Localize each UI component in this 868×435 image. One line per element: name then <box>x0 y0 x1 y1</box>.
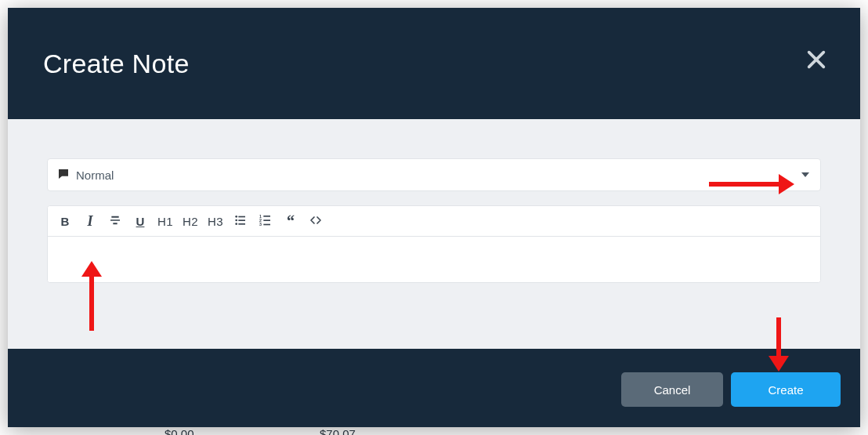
underline-button[interactable]: U <box>131 211 150 231</box>
modal-footer: Cancel Create <box>8 349 860 427</box>
svg-rect-3 <box>238 219 245 221</box>
bg-amount-a: $0.00 <box>165 427 194 435</box>
svg-point-0 <box>235 216 237 218</box>
blockquote-button[interactable]: “ <box>281 211 300 231</box>
page-backdrop: $0.00 $70.07 Create Note Normal B <box>0 0 868 435</box>
strikethrough-icon <box>109 214 121 229</box>
h3-button[interactable]: H3 <box>206 211 225 231</box>
svg-rect-7 <box>263 216 270 217</box>
code-block-button[interactable] <box>306 211 325 231</box>
svg-point-2 <box>235 219 237 221</box>
note-type-select[interactable]: Normal <box>47 158 821 191</box>
ordered-list-button[interactable]: 123 <box>256 211 275 231</box>
svg-rect-9 <box>263 219 270 221</box>
svg-rect-11 <box>263 223 270 225</box>
list-ul-icon <box>234 214 247 229</box>
svg-rect-1 <box>238 216 245 217</box>
bold-button[interactable]: B <box>56 211 74 231</box>
close-button[interactable] <box>802 49 830 77</box>
h2-button[interactable]: H2 <box>181 211 200 231</box>
svg-point-4 <box>235 223 237 225</box>
note-type-label: Normal <box>76 169 114 182</box>
svg-rect-5 <box>238 223 245 225</box>
cancel-button[interactable]: Cancel <box>621 372 723 407</box>
comment-icon <box>57 168 71 182</box>
note-content-input[interactable] <box>48 237 820 282</box>
modal-header: Create Note <box>8 8 860 119</box>
caret-down-icon <box>801 172 809 177</box>
create-button[interactable]: Create <box>731 372 841 407</box>
unordered-list-button[interactable] <box>231 211 250 231</box>
list-ol-icon: 123 <box>259 214 272 229</box>
annotation-arrow-create <box>776 317 781 361</box>
modal-body: Normal B I U H1 H2 H3 <box>8 119 860 349</box>
italic-button[interactable]: I <box>81 211 99 231</box>
create-note-modal: Create Note Normal B I <box>8 8 860 427</box>
bg-amount-b: $70.07 <box>320 427 356 435</box>
modal-title: Create Note <box>43 49 190 79</box>
editor-toolbar: B I U H1 H2 H3 <box>48 206 820 237</box>
annotation-arrow-type-caret <box>709 182 783 187</box>
code-icon <box>309 214 322 229</box>
close-icon <box>802 49 830 71</box>
svg-text:3: 3 <box>259 222 262 227</box>
quote-icon: “ <box>287 212 295 230</box>
h1-button[interactable]: H1 <box>156 211 175 231</box>
annotation-arrow-editor <box>89 272 94 331</box>
note-editor: B I U H1 H2 H3 <box>47 205 821 283</box>
strikethrough-button[interactable] <box>106 211 125 231</box>
